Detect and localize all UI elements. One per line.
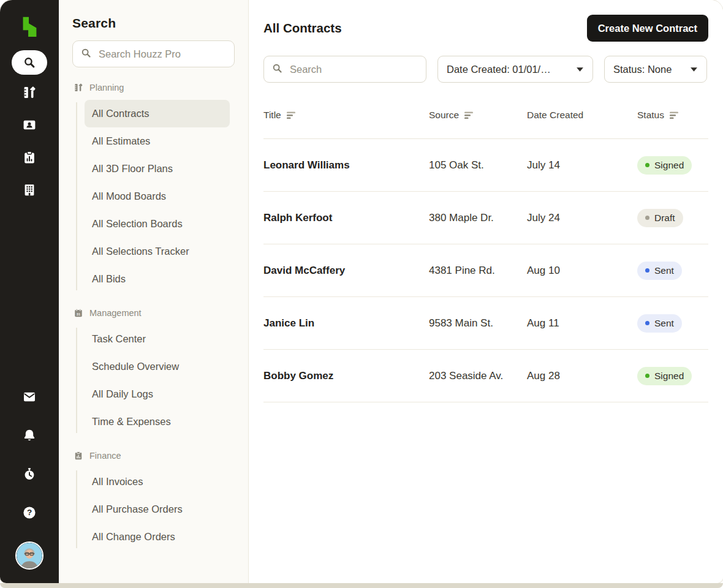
status-dot-icon bbox=[645, 321, 649, 325]
sidebar-section-label: Finance bbox=[89, 451, 121, 461]
contract-title: David McCaffery bbox=[263, 265, 429, 277]
contract-title: Bobby Gomez bbox=[263, 370, 429, 382]
contract-date-created: Aug 10 bbox=[527, 265, 637, 277]
sidebar-item-all-estimates[interactable]: All Estimates bbox=[85, 127, 230, 155]
status-badge: Draft bbox=[637, 209, 683, 227]
contracts-table: TitleSourceDate CreatedStatus Leonard Wi… bbox=[263, 83, 708, 402]
clipboard-chart-mini-icon bbox=[74, 451, 83, 461]
sidebar-item-all-contracts[interactable]: All Contracts bbox=[85, 100, 230, 127]
contract-title: Janice Lin bbox=[263, 317, 429, 330]
date-created-filter-value: Date Created: 01/01/… bbox=[447, 64, 551, 75]
status-label: Sent bbox=[654, 318, 674, 329]
contract-date-created: Aug 28 bbox=[527, 370, 637, 382]
rail-search-active-item[interactable] bbox=[12, 50, 47, 75]
status-badge: Signed bbox=[637, 156, 692, 175]
status-label: Signed bbox=[654, 160, 684, 171]
sidebar-item-all-selection-boards[interactable]: All Selection Boards bbox=[85, 210, 230, 238]
contract-date-created: July 24 bbox=[527, 212, 637, 224]
sidebar-sections: Planning All ContractsAll EstimatesAll 3… bbox=[72, 80, 235, 551]
column-header-status[interactable]: Status bbox=[637, 110, 708, 121]
status-dot-icon bbox=[645, 216, 649, 220]
sidebar-item-all-mood-boards[interactable]: All Mood Boards bbox=[85, 183, 230, 210]
sidebar: Search Planning All ContractsAll Estimat… bbox=[59, 0, 249, 583]
page-title: All Contracts bbox=[263, 21, 342, 36]
contract-source: 4381 Pine Rd. bbox=[429, 265, 527, 277]
tools-icon[interactable] bbox=[21, 85, 37, 100]
status-badge: Sent bbox=[637, 262, 682, 280]
main-content: All Contracts Create New Contract Date C… bbox=[249, 0, 723, 583]
contract-source: 105 Oak St. bbox=[429, 159, 527, 172]
search-icon bbox=[271, 62, 283, 77]
sidebar-section-header: Finance bbox=[72, 448, 235, 463]
status-label: Signed bbox=[654, 371, 684, 382]
contract-title: Leonard Williams bbox=[263, 159, 429, 172]
table-row[interactable]: Ralph Kerfoot 380 Maple Dr. July 24 Draf… bbox=[263, 192, 708, 244]
sidebar-search-input[interactable] bbox=[97, 48, 227, 61]
table-row[interactable]: Janice Lin 9583 Main St. Aug 11 Sent bbox=[263, 297, 708, 350]
chevron-down-icon bbox=[690, 67, 698, 72]
status-badge: Sent bbox=[637, 314, 682, 333]
search-icon bbox=[80, 47, 92, 61]
table-row[interactable]: Bobby Gomez 203 Seaside Av. Aug 28 Signe… bbox=[263, 350, 708, 402]
app-window: ? Search Planning All ContractsAll Estim… bbox=[0, 0, 723, 583]
status-label: Sent bbox=[654, 265, 674, 276]
mail-icon[interactable] bbox=[21, 389, 37, 405]
sidebar-item-all-3d-floor-plans[interactable]: All 3D Floor Plans bbox=[85, 155, 230, 183]
rail-utility-icons: ? bbox=[21, 389, 37, 521]
table-row[interactable]: David McCaffery 4381 Pine Rd. Aug 10 Sen… bbox=[263, 244, 708, 297]
help-icon[interactable]: ? bbox=[21, 505, 37, 521]
contract-date-created: July 14 bbox=[527, 159, 637, 172]
sidebar-item-all-change-orders[interactable]: All Change Orders bbox=[85, 523, 230, 551]
bell-icon[interactable] bbox=[21, 428, 37, 443]
building-icon[interactable] bbox=[21, 182, 37, 198]
column-header-title[interactable]: Title bbox=[263, 110, 429, 121]
column-header-source[interactable]: Source bbox=[429, 110, 527, 121]
sidebar-item-task-center[interactable]: Task Center bbox=[85, 325, 230, 353]
contracts-search-input[interactable] bbox=[289, 63, 418, 76]
clipboard-chart-icon[interactable] bbox=[21, 149, 37, 165]
sidebar-item-all-purchase-orders[interactable]: All Purchase Orders bbox=[85, 496, 230, 523]
sidebar-item-schedule-overview[interactable]: Schedule Overview bbox=[85, 353, 230, 380]
sidebar-title: Search bbox=[72, 16, 235, 31]
status-dot-icon bbox=[645, 374, 649, 378]
status-dot-icon bbox=[645, 268, 649, 273]
column-header-date-created[interactable]: Date Created bbox=[527, 110, 637, 121]
sidebar-item-all-selections-tracker[interactable]: All Selections Tracker bbox=[85, 238, 230, 265]
contract-source: 380 Maple Dr. bbox=[429, 212, 527, 224]
contract-title: Ralph Kerfoot bbox=[263, 212, 429, 224]
sidebar-search-box[interactable] bbox=[72, 40, 235, 67]
contracts-search-box[interactable] bbox=[263, 56, 426, 83]
rail-nav-icons bbox=[21, 85, 37, 198]
contact-card-icon[interactable] bbox=[21, 117, 37, 133]
sidebar-section-label: Planning bbox=[89, 83, 124, 92]
create-new-contract-button[interactable]: Create New Contract bbox=[587, 15, 708, 42]
sort-icon[interactable] bbox=[670, 111, 679, 119]
sidebar-section-header: Planning bbox=[72, 80, 235, 95]
ruler-hammer-mini-icon bbox=[74, 83, 83, 92]
status-label: Draft bbox=[654, 213, 675, 224]
sidebar-item-all-bids[interactable]: All Bids bbox=[85, 265, 230, 293]
status-filter-dropdown[interactable]: Status: None bbox=[604, 56, 707, 83]
houzz-logo-icon[interactable] bbox=[18, 15, 41, 38]
sort-icon[interactable] bbox=[464, 111, 474, 119]
icon-rail: ? bbox=[0, 0, 59, 583]
sidebar-item-all-daily-logs[interactable]: All Daily Logs bbox=[85, 380, 230, 408]
svg-text:?: ? bbox=[27, 508, 32, 517]
sort-icon[interactable] bbox=[287, 111, 297, 119]
sidebar-item-all-invoices[interactable]: All Invoices bbox=[85, 468, 230, 496]
table-row[interactable]: Leonard Williams 105 Oak St. July 14 Sig… bbox=[263, 139, 708, 192]
sidebar-section-label: Management bbox=[89, 308, 142, 318]
chevron-down-icon bbox=[576, 67, 584, 72]
window-bottom-edge bbox=[0, 583, 723, 588]
user-avatar[interactable] bbox=[15, 541, 44, 570]
stopwatch-icon[interactable] bbox=[21, 466, 37, 482]
date-created-filter-dropdown[interactable]: Date Created: 01/01/… bbox=[437, 56, 593, 83]
contract-source: 9583 Main St. bbox=[429, 317, 527, 330]
contract-date-created: Aug 11 bbox=[527, 317, 637, 330]
calendar-mini-icon: 31 bbox=[74, 308, 83, 318]
status-badge: Signed bbox=[637, 367, 692, 385]
sidebar-item-time-expenses[interactable]: Time & Expenses bbox=[85, 408, 230, 435]
sidebar-section: Planning All ContractsAll EstimatesAll 3… bbox=[72, 80, 235, 293]
contracts-table-header: TitleSourceDate CreatedStatus bbox=[263, 83, 708, 139]
contract-source: 203 Seaside Av. bbox=[429, 370, 527, 382]
